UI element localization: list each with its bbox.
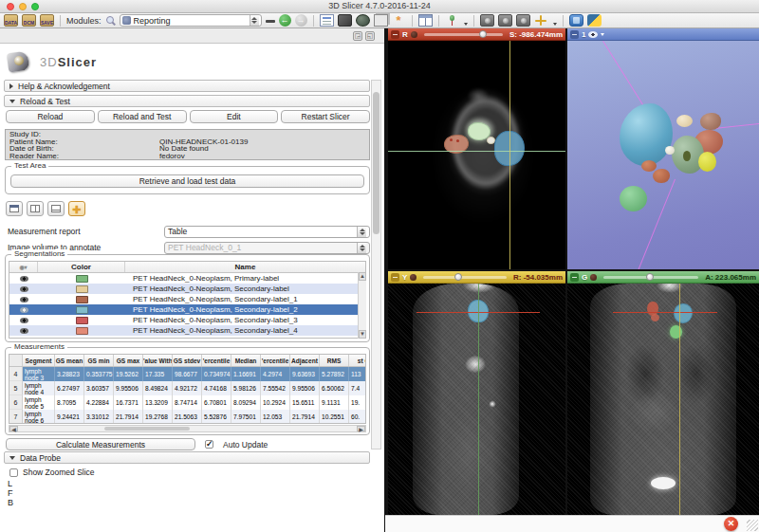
measurement-cell[interactable]: 17.335: [143, 367, 173, 381]
auto-update-checkbox[interactable]: [205, 440, 213, 449]
eye-icon[interactable]: [9, 297, 38, 303]
measurement-cell[interactable]: 9.95506: [290, 381, 320, 395]
measurement-column-header[interactable]: 'ercentile: [261, 355, 290, 366]
measurement-row[interactable]: 4 lymph node 3 3.288230.35377519.526217.…: [9, 367, 365, 381]
measurement-cell[interactable]: 7.55542: [261, 381, 290, 395]
table-layout-icon[interactable]: [6, 201, 23, 216]
slider-handle[interactable]: [454, 273, 462, 281]
color-chip[interactable]: [76, 327, 88, 335]
layout-selector-icon[interactable]: [418, 14, 433, 27]
extension-manager-icon[interactable]: [569, 14, 583, 27]
eye-icon[interactable]: [9, 318, 38, 323]
color-chip[interactable]: [76, 275, 88, 283]
measurement-cell[interactable]: 7.97501: [231, 410, 261, 424]
reload-button[interactable]: Reload and Test: [98, 110, 187, 123]
measurement-cell[interactable]: 9.63693: [290, 367, 320, 381]
measurement-column-header[interactable]: RMS: [320, 355, 349, 366]
measurement-cell[interactable]: 13.3209: [143, 395, 173, 410]
module-back-icon[interactable]: ←: [279, 14, 291, 27]
segmentation-row[interactable]: PET HeadNeck_0-Neoplasm, Secondary-label…: [9, 294, 365, 304]
segmentation-row[interactable]: PET HeadNeck_0-Neoplasm, Primary-label: [9, 273, 365, 284]
measurement-cell[interactable]: 1.16691: [231, 367, 261, 381]
python-console-icon[interactable]: [587, 14, 602, 27]
favorite-data-icon[interactable]: [320, 14, 334, 27]
show-zoomed-checkbox[interactable]: [9, 468, 18, 477]
hscroll-thumb[interactable]: [104, 427, 190, 431]
error-indicator-icon[interactable]: ✕: [724, 517, 738, 531]
measurement-column-header[interactable]: Median: [231, 355, 261, 366]
color-chip-cell[interactable]: [38, 306, 125, 314]
help-section-header[interactable]: Help & Acknowledgement: [4, 80, 370, 92]
fiducial-mode-icon[interactable]: ✚: [68, 201, 85, 216]
yellow-slice-slider[interactable]: [423, 276, 507, 279]
reload-button[interactable]: Restart Slicer: [281, 110, 370, 123]
red-slice-view[interactable]: R S: -986.474mm: [388, 28, 565, 269]
color-chip[interactable]: [76, 317, 88, 324]
color-chip-cell[interactable]: [38, 327, 125, 335]
slider-handle[interactable]: [646, 273, 654, 281]
measurement-cell[interactable]: 4.2974: [261, 367, 290, 381]
green-slice-view[interactable]: G A: 223.065mm: [567, 271, 759, 515]
color-chip[interactable]: [76, 285, 88, 293]
data-probe-section-header[interactable]: Data Probe: [4, 451, 370, 464]
measurement-row[interactable]: 7 lymph node 6 9.244213.3101221.791419.2…: [9, 410, 365, 424]
measurement-cell[interactable]: 4.22884: [84, 395, 114, 410]
measurement-cell[interactable]: 10.2551: [320, 410, 349, 424]
view-collapse-button[interactable]: [391, 30, 399, 39]
measurement-cell[interactable]: 9.24421: [55, 410, 84, 424]
measurement-column-header[interactable]: Segment: [23, 355, 55, 366]
measurement-cell[interactable]: 98.6677: [173, 367, 202, 381]
pushpin-icon[interactable]: [410, 274, 417, 281]
split-layout-icon[interactable]: [27, 201, 44, 216]
visibility-column-header[interactable]: ◉▾: [9, 262, 38, 272]
measurement-cell[interactable]: 19.5262: [114, 367, 143, 381]
measurement-cell[interactable]: 4.74168: [202, 381, 231, 395]
scroll-right-icon[interactable]: ▶: [357, 426, 365, 431]
measurement-cell[interactable]: 9.95506: [114, 381, 143, 395]
measurement-cell[interactable]: 0.734974: [202, 367, 231, 381]
measurement-cell[interactable]: 5.52876: [202, 410, 231, 424]
retrieve-test-data-button[interactable]: Retrieve and load test data: [10, 174, 364, 188]
calculate-measurements-button[interactable]: Calculate Measurements: [6, 438, 195, 450]
measurement-row[interactable]: 6 lymph node 5 8.70954.2288416.737113.32…: [9, 395, 365, 410]
measurement-cell[interactable]: 19.: [349, 395, 366, 410]
segmentation-row[interactable]: PET HeadNeck_0-Neoplasm, Secondary-label…: [9, 304, 365, 315]
measurements-hscrollbar[interactable]: ◀ ▶: [9, 425, 366, 432]
eye-icon[interactable]: [9, 276, 38, 282]
measurement-cell[interactable]: 5.27892: [320, 367, 349, 381]
color-chip-cell[interactable]: [38, 275, 125, 283]
eye-icon[interactable]: [9, 328, 38, 334]
measurement-column-header[interactable]: GS min: [84, 355, 114, 366]
measurement-cell[interactable]: 5.98126: [231, 381, 261, 395]
scroll-down-icon[interactable]: ▼: [359, 330, 366, 339]
dropdown-arrow-icon[interactable]: [553, 23, 557, 26]
load-data-icon[interactable]: [4, 14, 18, 27]
measurement-report-combobox[interactable]: Table: [164, 226, 370, 238]
screenshot-icon[interactable]: [480, 14, 494, 27]
measurement-cell[interactable]: 3.31012: [84, 410, 114, 424]
measurement-cell[interactable]: 10.2924: [261, 395, 290, 410]
measurement-cell[interactable]: 9.1131: [320, 395, 349, 410]
measurement-cell[interactable]: 16.7371: [114, 395, 143, 410]
measurement-cell[interactable]: 3.28823: [55, 367, 84, 381]
coronal-slice-image[interactable]: [567, 284, 759, 515]
measurement-cell[interactable]: 21.7914: [114, 410, 143, 424]
slider-handle[interactable]: [479, 30, 487, 38]
measurement-cell[interactable]: 60.: [349, 410, 366, 424]
measurement-cell[interactable]: 7.4: [349, 381, 366, 395]
segmentation-row[interactable]: PET HeadNeck_0-Neoplasm, Secondary-label…: [9, 325, 365, 336]
module-forward-icon[interactable]: →: [295, 14, 307, 27]
measurement-column-header[interactable]: 'alue With: [143, 355, 173, 366]
crosshair-icon[interactable]: [534, 14, 548, 27]
favorite-markups-icon[interactable]: *: [392, 14, 406, 27]
favorite-models-icon[interactable]: [338, 14, 352, 27]
measurement-cell[interactable]: 21.5063: [173, 410, 202, 424]
undock-panel-icon[interactable]: ◱: [365, 31, 375, 41]
color-chip-cell[interactable]: [38, 296, 125, 303]
favorite-editor-icon[interactable]: [374, 14, 388, 27]
measurement-cell[interactable]: 6.70801: [202, 395, 231, 410]
dropdown-arrow-icon[interactable]: [464, 23, 468, 26]
color-chip[interactable]: [76, 306, 88, 314]
measurement-cell[interactable]: 21.7914: [290, 410, 320, 424]
view-collapse-button[interactable]: [570, 273, 579, 282]
